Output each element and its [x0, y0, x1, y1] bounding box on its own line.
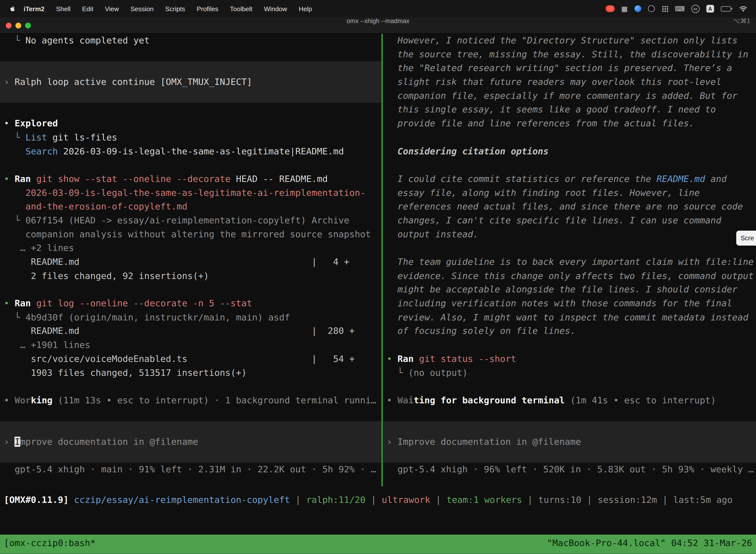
terminal-line: 2 files changed, 92 insertions(+) [0, 269, 381, 283]
omx-status-line: [OMX#0.11.9] cczip/essay/ai-reimplementa… [0, 493, 756, 507]
terminal-line: • Waiting for background terminal (1m 41… [383, 394, 756, 407]
terminal-line: The team guideline is to back every impo… [383, 255, 756, 269]
terminal-line: Considering citation options [383, 145, 756, 158]
terminal-line [0, 449, 381, 463]
terminal-line: companion file, especially if more comme… [383, 89, 756, 103]
terminal-line [383, 407, 756, 422]
menu-app-name[interactable]: iTerm2 [18, 5, 50, 12]
terminal-line: gpt-5.4 xhigh · main · 91% left · 2.31M … [0, 463, 381, 477]
terminal-line [0, 89, 381, 103]
terminal-line: • Ran git show --stat --oneline --decora… [0, 172, 381, 186]
terminal-line: Search 2026-03-09-is-legal-the-same-as-l… [0, 145, 381, 158]
terminal-line: slight risk that future readers may over… [383, 75, 756, 89]
blue-app-icon[interactable] [634, 5, 641, 12]
terminal-line: • Ran git log --oneline --decorate -n 5 … [0, 297, 381, 311]
terminal-line: src/voice/voiceModeEnabled.ts | 54 + [0, 352, 381, 366]
terminal-line: changes, I can't cite specific file line… [383, 214, 756, 228]
wifi-icon[interactable] [739, 5, 747, 12]
terminal-line: output instead. [383, 228, 756, 241]
terminal-line: companion analysis without altering the … [0, 228, 381, 241]
prompt-input-line[interactable]: › Improve documentation in @filename [383, 435, 756, 449]
terminal-line: references need actual files, and since … [383, 200, 756, 214]
terminal-line [383, 449, 756, 463]
terminal-line: 1903 files changed, 513517 insertions(+) [0, 366, 381, 380]
terminal-line [383, 338, 756, 352]
terminal-line [383, 421, 756, 435]
terminal-line: However, I noticed the "Directory Struct… [383, 34, 756, 48]
prompt-input-line[interactable]: › Improve documentation in @filename [0, 435, 381, 449]
terminal-line: the source tree, missing the essay. Stil… [383, 48, 756, 62]
terminal-line: I could cite commit statistics or refere… [383, 172, 756, 186]
keyboard-app-icon[interactable]: ⌨ [675, 5, 685, 12]
menu-item-profiles[interactable]: Profiles [191, 5, 224, 12]
terminal-line: review. Also, I might want to inspect th… [383, 311, 756, 324]
left-terminal-pane[interactable]: └ No agents completed yet› Ralph loop ac… [0, 34, 381, 486]
terminal-line [0, 62, 381, 75]
terminal-line: └ 067f154 (HEAD -> essay/ai-reimplementa… [0, 214, 381, 228]
menu-item-scripts[interactable]: Scripts [160, 5, 191, 12]
menu-item-window[interactable]: Window [258, 5, 293, 12]
macos-menu-bar: iTerm2 ShellEditViewSessionScriptsProfil… [0, 0, 756, 17]
macos-screen: iTerm2 ShellEditViewSessionScriptsProfil… [0, 0, 756, 554]
terminal-line: and-the-erosion-of-copyleft.md [0, 200, 381, 214]
terminal-line [0, 48, 381, 62]
menu-item-shell[interactable]: Shell [50, 5, 76, 12]
menu-item-toolbelt[interactable]: Toolbelt [224, 5, 258, 12]
terminal-line: this single essay, it seems like a good … [383, 103, 756, 117]
terminal-line: └ (no output) [383, 366, 756, 380]
gauge-icon[interactable]: 61 [692, 4, 700, 13]
terminal-line: essay file, along with finding root file… [383, 186, 756, 200]
dark-circle-app-icon[interactable] [648, 5, 654, 12]
terminal-line [383, 380, 756, 394]
menu-item-help[interactable]: Help [293, 5, 318, 12]
screen-edge-tooltip[interactable]: Scre [736, 231, 756, 245]
ralph-inject-line[interactable]: › Ralph loop active continue [OMX_TMUX_I… [0, 75, 381, 89]
dots-grid-icon[interactable] [662, 5, 668, 12]
terminal-line [383, 130, 756, 145]
terminal-line: … +1901 lines [0, 338, 381, 352]
screen-recording-icon[interactable] [606, 5, 615, 12]
terminal-line [0, 158, 381, 172]
window-shortcut-badge: ⌥⌘1 [733, 17, 750, 33]
tmux-status-bar: [omx-cczip0:bash* "MacBook-Pro-44.local"… [0, 535, 756, 554]
terminal-line: evidence. Since this change only affects… [383, 269, 756, 283]
terminal-line [0, 380, 381, 394]
terminal-line: └ List git ls-files [0, 130, 381, 145]
terminal-area: └ No agents completed yet› Ralph loop ac… [0, 34, 756, 535]
menu-items: ShellEditViewSessionScriptsProfilesToolb… [50, 5, 318, 12]
terminal-line: 2026-03-09-is-legal-the-same-as-legitima… [0, 186, 381, 200]
terminal-line: • Explored [0, 117, 381, 131]
terminal-line: README.md | 4 + [0, 255, 381, 269]
terminal-line [0, 283, 381, 297]
terminal-line [383, 158, 756, 172]
battery-icon[interactable] [721, 6, 733, 11]
terminal-line: README.md | 280 + [0, 324, 381, 338]
terminal-line: the "Related research writing" section i… [383, 62, 756, 75]
terminal-line [0, 407, 381, 422]
window-title-bar[interactable]: omx --xhigh --madmax ⌥⌘1 [0, 17, 756, 34]
terminal-line: └ 4b9d30f (origin/main, instructkr/main,… [0, 311, 381, 324]
terminal-line: provide file and line references from th… [383, 117, 756, 131]
terminal-line: … +2 lines [0, 241, 381, 256]
menu-item-view[interactable]: View [99, 5, 125, 12]
terminal-line: • Working (11m 13s • esc to interrupt) ·… [0, 394, 381, 407]
terminal-line: including verification notes with those … [383, 297, 756, 311]
window-title: omx --xhigh --madmax [0, 17, 756, 33]
input-source-icon[interactable]: A [706, 5, 714, 12]
terminal-line: might be acceptable alongside the file l… [383, 283, 756, 297]
menu-item-session[interactable]: Session [125, 5, 160, 12]
terminal-line: gpt-5.4 xhigh · 96% left · 520K in · 5.8… [383, 463, 756, 477]
terminal-line: • Ran git status --short [383, 352, 756, 366]
menu-item-edit[interactable]: Edit [76, 5, 99, 12]
apple-logo-icon[interactable] [9, 5, 16, 12]
right-terminal-pane[interactable]: However, I noticed the "Directory Struct… [383, 34, 756, 486]
terminal-line: of focusing solely on file lines. [383, 324, 756, 338]
window-grid-icon[interactable]: ▦ [621, 5, 628, 12]
tmux-host-clock-label: "MacBook-Pro-44.local" 04:52 31-Mar-26 [547, 536, 752, 554]
terminal-line [383, 241, 756, 256]
tmux-session-label: [omx-cczip0:bash* [4, 536, 96, 554]
terminal-line: └ No agents completed yet [0, 34, 381, 48]
terminal-line [0, 421, 381, 435]
menubar-status-icons: ▦ ⌨ 61 A [606, 4, 756, 13]
terminal-line [0, 103, 381, 117]
